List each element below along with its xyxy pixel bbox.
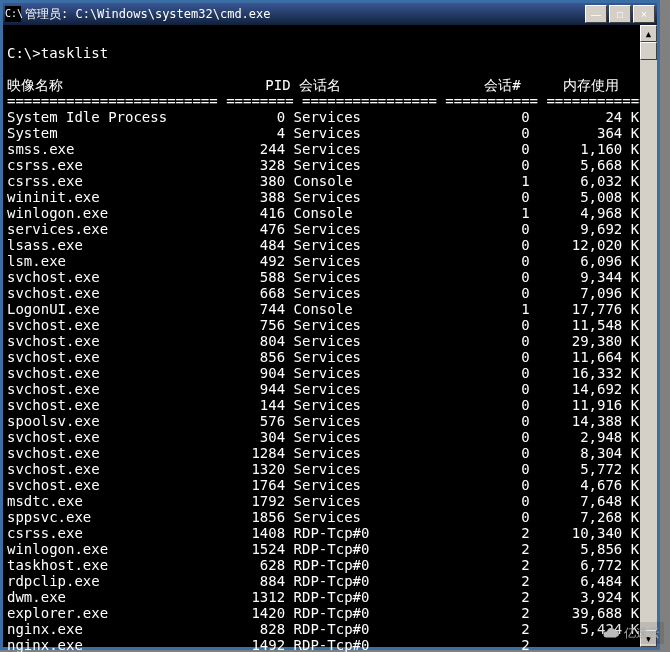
maximize-button[interactable]: □ xyxy=(609,5,631,23)
minimize-button[interactable]: — xyxy=(585,5,607,23)
window-controls: — □ × xyxy=(583,5,655,23)
vertical-scrollbar[interactable]: ▲ ▼ xyxy=(640,25,657,647)
watermark-text: 亿速云 xyxy=(624,625,660,642)
titlebar[interactable]: C:\ 管理员: C:\Windows\system32\cmd.exe — □… xyxy=(3,3,657,25)
cmd-window: C:\ 管理员: C:\Windows\system32\cmd.exe — □… xyxy=(0,0,660,650)
app-icon: C:\ xyxy=(5,6,21,22)
watermark: 亿速云 xyxy=(598,622,664,644)
cloud-icon xyxy=(602,624,620,642)
close-button[interactable]: × xyxy=(633,5,655,23)
scroll-up-button[interactable]: ▲ xyxy=(640,25,657,42)
scroll-thumb[interactable] xyxy=(640,42,657,60)
console-output[interactable]: C:\>tasklist 映像名称 PID 会话名 会话# 内存使用 =====… xyxy=(3,25,657,647)
window-title: 管理员: C:\Windows\system32\cmd.exe xyxy=(25,6,583,23)
